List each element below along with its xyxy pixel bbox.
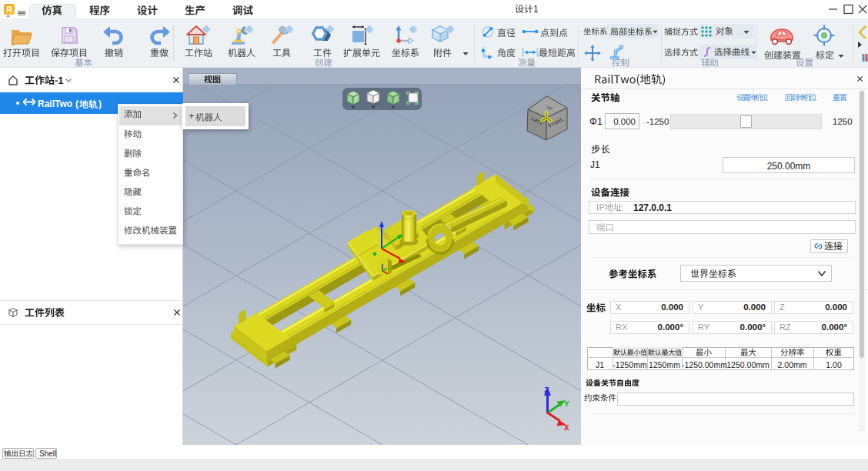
svg-text:X: X [564,423,569,433]
svg-text:Z: Z [544,386,549,395]
svg-text:Solid: Solid [370,102,379,106]
svg-text:Y: Y [564,399,569,409]
